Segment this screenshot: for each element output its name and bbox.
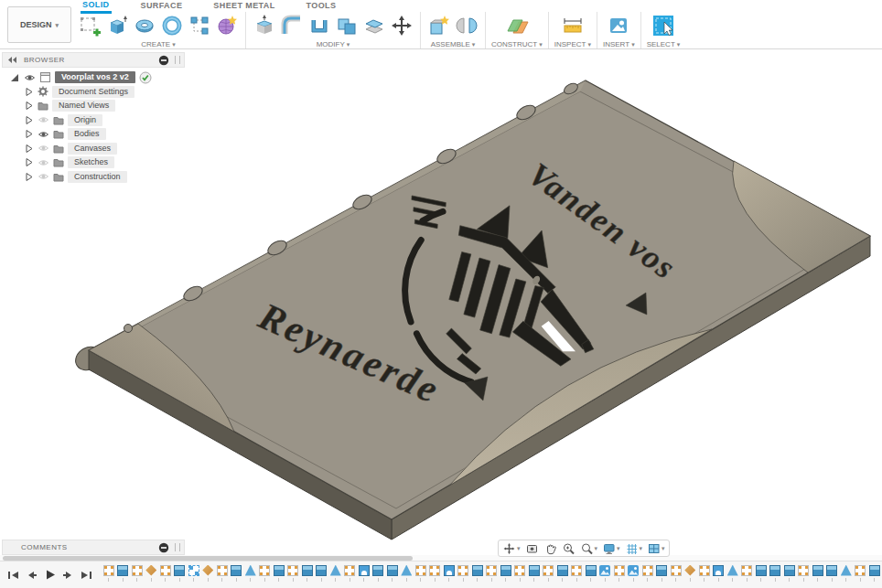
browser-item-label[interactable]: Canvases [68, 143, 117, 155]
fillet-icon[interactable] [279, 13, 305, 38]
timeline-feature[interactable] [839, 565, 854, 582]
timeline-feature[interactable] [343, 565, 358, 582]
timeline-feature[interactable] [485, 565, 500, 582]
disclosure-arrow-icon[interactable] [24, 101, 34, 111]
timeline-feature[interactable] [584, 565, 598, 582]
timeline-feature[interactable] [286, 565, 301, 582]
eye-hidden-icon[interactable] [38, 143, 49, 154]
timeline-feature[interactable] [385, 565, 400, 582]
timeline-feature[interactable] [782, 565, 797, 582]
timeline-feature[interactable] [598, 565, 613, 582]
zoom-button[interactable] [562, 542, 575, 555]
modify-group-label[interactable]: MODIFY▾ [317, 40, 350, 48]
new-component-icon[interactable] [426, 13, 452, 38]
create-group-label[interactable]: CREATE▾ [141, 40, 175, 48]
timeline-feature[interactable] [116, 565, 131, 582]
timeline-feature[interactable] [300, 565, 315, 582]
browser-item-label[interactable]: Bodies [68, 128, 106, 140]
timeline-feature[interactable] [357, 565, 371, 582]
timeline-feature[interactable] [230, 565, 244, 582]
timeline-feature[interactable] [470, 565, 485, 582]
browser-row-bodies[interactable]: Bodies [2, 127, 185, 142]
browser-item-label[interactable]: Construction [68, 171, 127, 183]
timeline-feature[interactable] [669, 565, 683, 582]
fit-button[interactable]: ▾ [580, 542, 598, 555]
create-form-icon[interactable] [214, 13, 240, 38]
timeline-feature[interactable] [414, 565, 428, 582]
pan-button[interactable] [543, 542, 557, 555]
measure-icon[interactable] [560, 13, 586, 38]
timeline-feature[interactable] [740, 565, 755, 582]
timeline-feature[interactable] [499, 565, 513, 582]
eye-hidden-icon[interactable] [38, 171, 49, 182]
disclosure-arrow-icon[interactable] [24, 172, 34, 182]
go-to-start-button[interactable] [7, 570, 19, 581]
sweep-icon[interactable] [159, 13, 185, 38]
timeline-feature[interactable] [683, 565, 698, 582]
timeline-feature[interactable] [328, 565, 343, 582]
timeline-feature[interactable] [811, 565, 825, 582]
browser-root-row[interactable]: Voorplat vos 2 v2 [2, 70, 185, 85]
revolve-icon[interactable] [132, 13, 157, 38]
browser-row-document-settings[interactable]: Document Settings [2, 85, 185, 100]
timeline-feature[interactable] [315, 565, 329, 582]
browser-item-label[interactable]: Named Views [52, 100, 115, 112]
look-at-button[interactable] [525, 542, 539, 555]
disclosure-arrow-icon[interactable] [24, 115, 34, 125]
inspect-group-label[interactable]: INSPECT▾ [554, 40, 591, 48]
timeline-feature[interactable] [258, 565, 273, 582]
timeline-feature[interactable] [145, 565, 159, 582]
play-button[interactable] [44, 569, 56, 581]
create-sketch-icon[interactable] [77, 13, 102, 38]
browser-item-label[interactable]: Sketches [68, 156, 114, 168]
timeline-feature[interactable] [201, 565, 216, 582]
browser-item-label[interactable]: Origin [68, 114, 102, 126]
workspace-switcher-button[interactable]: DESIGN ▾ [7, 6, 71, 43]
timeline-feature[interactable] [797, 565, 812, 582]
grid-settings-button[interactable]: ▾ [625, 542, 643, 555]
panel-grip[interactable] [175, 543, 180, 551]
select-icon[interactable] [651, 13, 676, 38]
orbit-button[interactable]: ▾ [502, 542, 521, 555]
timeline-feature[interactable] [102, 565, 116, 582]
rectangular-pattern-icon[interactable] [187, 13, 212, 38]
browser-item-label[interactable]: Document Settings [52, 86, 134, 98]
timeline-feature[interactable] [697, 565, 712, 582]
panel-grip[interactable] [175, 56, 180, 64]
construction-plane-icon[interactable] [504, 13, 530, 38]
browser-row-named-views[interactable]: Named Views [2, 99, 185, 113]
timeline-feature[interactable] [726, 565, 740, 582]
timeline-feature[interactable] [428, 565, 443, 582]
eye-hidden-icon[interactable] [38, 114, 49, 125]
eye-hidden-icon[interactable] [38, 157, 49, 168]
move-copy-icon[interactable] [389, 13, 414, 38]
timeline-feature[interactable] [513, 565, 528, 582]
extrude-icon[interactable] [104, 13, 130, 38]
root-component-label[interactable]: Voorplat vos 2 v2 [55, 71, 135, 83]
timeline-feature[interactable] [542, 565, 556, 582]
insert-group-label[interactable]: INSERT▾ [603, 40, 635, 48]
timeline-feature[interactable] [867, 565, 882, 582]
panel-remove-icon[interactable] [158, 542, 169, 553]
disclosure-arrow-icon[interactable] [24, 144, 34, 154]
display-settings-button[interactable]: ▾ [602, 542, 620, 555]
tab-sheet-metal[interactable]: SHEET METAL [211, 0, 276, 12]
timeline-feature[interactable] [825, 565, 840, 582]
press-pull-icon[interactable] [252, 13, 277, 38]
timeline-feature[interactable] [627, 565, 641, 582]
timeline-feature[interactable] [570, 565, 585, 582]
insert-canvas-icon[interactable] [606, 13, 631, 38]
step-forward-button[interactable] [62, 570, 74, 581]
timeline-feature[interactable] [612, 565, 627, 582]
timeline-feature[interactable] [371, 565, 386, 582]
timeline-feature[interactable] [442, 565, 457, 582]
browser-row-origin[interactable]: Origin [2, 113, 185, 128]
viewports-button[interactable]: ▾ [647, 542, 665, 555]
browser-row-canvases[interactable]: Canvases [2, 142, 185, 156]
timeline-feature[interactable] [215, 565, 230, 582]
comments-header[interactable]: COMMENTS [2, 540, 185, 555]
collapse-panel-icon[interactable] [6, 55, 18, 65]
timeline-feature[interactable] [457, 565, 471, 582]
disclosure-arrow-icon[interactable] [24, 129, 34, 139]
browser-row-construction[interactable]: Construction [2, 170, 185, 185]
